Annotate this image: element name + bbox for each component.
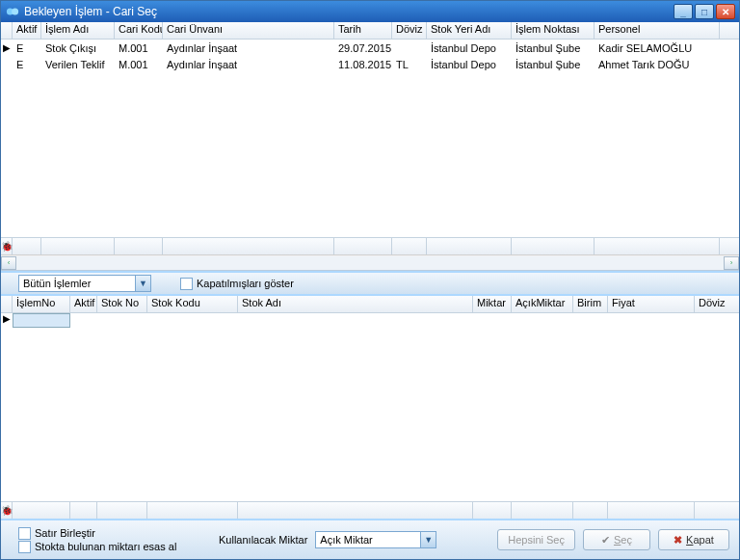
app-icon: [5, 4, 20, 19]
col-header-doviz[interactable]: Döviz: [392, 22, 427, 39]
kullanilacak-miktar-label: Kullanılacak Miktar: [219, 534, 307, 546]
col-header-birim[interactable]: Birim: [573, 296, 608, 312]
bottom-toolbar: Satır Birleştir Stokta bulunan miktarı e…: [1, 519, 739, 559]
col-header-islem-noktasi[interactable]: İşlem Noktası: [512, 22, 595, 39]
grid-footer: 🐞: [1, 237, 739, 254]
sec-button[interactable]: ✔ Seç: [583, 529, 650, 550]
kullanilacak-miktar-combo[interactable]: Açık Miktar ▼: [315, 531, 436, 548]
islem-filter-combo[interactable]: Bütün İşlemler ▼: [18, 275, 151, 292]
cell-islem-noktasi: İstanbul Şube: [512, 42, 595, 54]
horizontal-scrollbar[interactable]: ‹ ›: [1, 254, 739, 270]
checkbox-icon: [18, 527, 31, 540]
detail-grid-header: İşlemNo Aktif Stok No Stok Kodu Stok Adı…: [1, 296, 739, 313]
detail-grid: İşlemNo Aktif Stok No Stok Kodu Stok Adı…: [1, 296, 739, 519]
detail-grid-footer: 🐞: [1, 501, 739, 519]
kapatilmis-goster-checkbox[interactable]: Kapatılmışları göster: [180, 278, 294, 290]
table-row[interactable]: ▶ E Stok Çıkışı M.001 Aydınlar İnşaat 29…: [1, 40, 739, 56]
maximize-button[interactable]: □: [695, 4, 714, 19]
cell-islem-adi: Verilen Teklif: [41, 59, 115, 70]
kapatilmis-goster-label: Kapatılmışları göster: [197, 278, 294, 289]
col-header-cari-kodu[interactable]: Cari Kodu: [115, 22, 163, 39]
close-icon: ✖: [674, 534, 682, 547]
col-header-stok-yeri[interactable]: Stok Yeri Adı: [427, 22, 512, 39]
cell-personel: Ahmet Tarık DOĞU: [595, 59, 720, 70]
chevron-down-icon: ▼: [135, 276, 150, 291]
col-header-acik-miktar[interactable]: AçıkMiktar: [512, 296, 573, 312]
cell-tarih: 29.07.2015: [334, 42, 392, 54]
cell-islem-adi: Stok Çıkışı: [41, 42, 115, 54]
svg-point-1: [12, 9, 18, 15]
grid-header-row: Aktif İşlem Adı Cari Kodu Cari Ünvanı Ta…: [1, 22, 739, 40]
bekleyen-islem-window: Bekleyen İşlem - Cari Seç _ □ ✕ Aktif İş…: [0, 0, 740, 560]
islem-filter-value: Bütün İşlemler: [19, 278, 135, 289]
minimize-button[interactable]: _: [674, 4, 693, 19]
hepsini-sec-button[interactable]: Hepsini Seç: [497, 529, 575, 550]
col-header-islemno[interactable]: İşlemNo: [13, 296, 70, 312]
checkbox-icon: [180, 278, 193, 290]
cell-stok-yeri: İstanbul Depo: [427, 59, 512, 70]
check-icon: ✔: [601, 534, 610, 547]
scroll-right-button[interactable]: ›: [724, 256, 739, 270]
current-row-indicator-icon: ▶: [1, 313, 13, 330]
scroll-track[interactable]: [16, 256, 724, 270]
stokta-bulunan-label: Stokta bulunan miktarı esas al: [35, 541, 176, 552]
stokta-bulunan-checkbox[interactable]: Stokta bulunan miktarı esas al: [18, 541, 211, 553]
col-header-islem-adi[interactable]: İşlem Adı: [41, 22, 115, 39]
col-header-aktif[interactable]: Aktif: [13, 22, 41, 39]
col-header-personel[interactable]: Personel: [595, 22, 720, 39]
grid-body[interactable]: ▶ E Stok Çıkışı M.001 Aydınlar İnşaat 29…: [1, 40, 739, 237]
cell-cari-kodu: M.001: [115, 42, 163, 54]
cell-aktif: E: [13, 59, 41, 70]
hepsini-sec-label: Hepsini Seç: [508, 534, 565, 546]
window-title: Bekleyen İşlem - Cari Seç: [24, 5, 674, 18]
ladybug-icon: 🐞: [1, 241, 13, 252]
ladybug-icon: 🐞: [1, 505, 13, 516]
current-row-indicator-icon: ▶: [1, 42, 13, 53]
cell-tarih: 11.08.2015: [334, 59, 392, 70]
col-header-stokadi[interactable]: Stok Adı: [238, 296, 473, 312]
row-indicator-header: [1, 22, 13, 39]
col-header-fiyat[interactable]: Fiyat: [608, 296, 695, 312]
checkbox-icon: [18, 541, 31, 553]
active-cell-islemno[interactable]: [13, 313, 70, 328]
cell-cari-unvani: Aydınlar İnşaat: [163, 59, 334, 70]
cell-islem-noktasi: İstanbul Şube: [512, 59, 595, 70]
col-header-stokno[interactable]: Stok No: [97, 296, 147, 312]
row-indicator-header: [1, 296, 13, 312]
cell-cari-unvani: Aydınlar İnşaat: [163, 42, 334, 54]
sec-label: Seç: [614, 534, 632, 546]
cell-doviz: TL: [392, 59, 427, 70]
cell-stok-yeri: İstanbul Depo: [427, 42, 512, 54]
chevron-down-icon: ▼: [420, 532, 436, 547]
pending-operations-grid: Aktif İşlem Adı Cari Kodu Cari Ünvanı Ta…: [1, 22, 739, 271]
kapat-label: Kapat: [686, 534, 714, 546]
col-header-doviz2[interactable]: Döviz: [695, 296, 739, 312]
satir-birlestir-label: Satır Birleştir: [35, 527, 95, 539]
cell-aktif: E: [13, 42, 41, 54]
col-header-miktar[interactable]: Miktar: [473, 296, 512, 312]
filter-bar: Bütün İşlemler ▼ Kapatılmışları göster: [1, 271, 739, 296]
kullanilacak-miktar-value: Açık Miktar: [316, 534, 420, 546]
col-header-tarih[interactable]: Tarih: [334, 22, 392, 39]
detail-grid-body[interactable]: ▶: [1, 313, 739, 501]
cell-cari-kodu: M.001: [115, 59, 163, 70]
table-row[interactable]: ▶: [1, 313, 739, 330]
table-row[interactable]: E Verilen Teklif M.001 Aydınlar İnşaat 1…: [1, 56, 739, 72]
col-header-cari-unvani[interactable]: Cari Ünvanı: [163, 22, 334, 39]
cell-personel: Kadir SELAMOĞLU: [595, 42, 720, 54]
footer-indicator: 🐞: [1, 238, 13, 254]
titlebar: Bekleyen İşlem - Cari Seç _ □ ✕: [1, 1, 739, 22]
kapat-button[interactable]: ✖ Kapat: [658, 529, 729, 550]
scroll-left-button[interactable]: ‹: [1, 256, 16, 270]
close-window-button[interactable]: ✕: [716, 4, 735, 19]
col-header-aktif2[interactable]: Aktif: [70, 296, 97, 312]
col-header-stokkodu[interactable]: Stok Kodu: [147, 296, 238, 312]
satir-birlestir-checkbox[interactable]: Satır Birleştir: [18, 527, 211, 540]
